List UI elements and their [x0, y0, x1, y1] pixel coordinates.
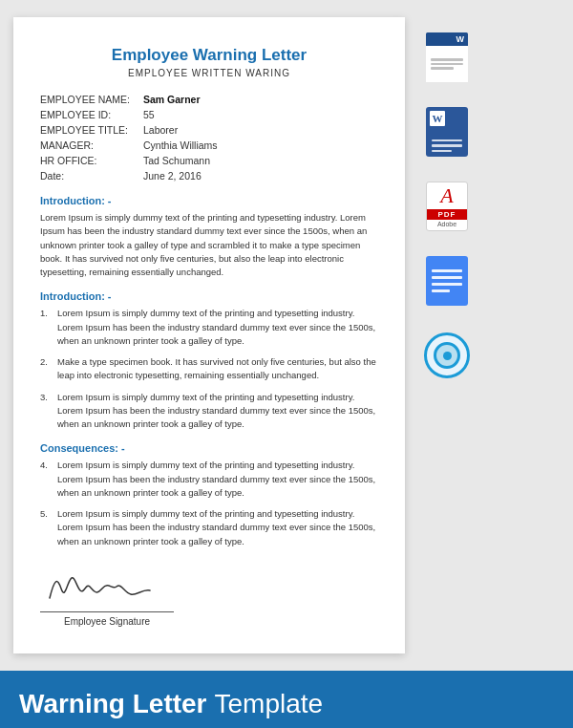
sidebar-icons: W W	[405, 17, 483, 653]
field-employee-name: EMPLOYEE NAME: Sam Garner	[40, 94, 378, 105]
field-label-hr-office: HR OFFICE:	[40, 155, 143, 166]
list-item: 5.Lorem Ipsum is simply dummy text of th…	[40, 507, 378, 548]
field-hr-office: HR OFFICE: Tad Schumann	[40, 155, 378, 166]
banner-normal-text: Template	[215, 689, 324, 718]
libre-icon-button[interactable]	[420, 325, 474, 386]
intro2-heading: Introduction: -	[40, 290, 378, 302]
list-item: 4.Lorem Ipsum is simply dummy text of th…	[40, 459, 378, 500]
banner-bold-text: Warning Letter	[19, 689, 207, 718]
intro1-paragraph: Lorem Ipsum is simply dummy text of the …	[40, 211, 378, 279]
adobe-a-icon: A	[440, 183, 453, 208]
word-icon-button-1[interactable]: W	[420, 27, 474, 88]
docs-icon-button[interactable]	[420, 250, 474, 311]
doc-title: Employee Warning Letter	[40, 46, 378, 65]
consequences-list: 4.Lorem Ipsum is simply dummy text of th…	[40, 459, 378, 548]
doc-line	[432, 269, 462, 272]
docs-icon	[426, 256, 468, 306]
adobe-label: Adobe	[437, 221, 456, 227]
pdf-label: PDF	[427, 209, 467, 220]
field-label-employee-title: EMPLOYEE TITLE:	[40, 124, 143, 136]
consequences-heading: Consequences: -	[40, 442, 378, 454]
list-item: 3.Lorem Ipsum is simply dummy text of th…	[40, 391, 378, 432]
field-label-date: Date:	[40, 170, 143, 182]
field-date: Date: June 2, 2016	[40, 170, 378, 182]
libre-icon	[424, 332, 470, 378]
list-item: 2.Make a type specimen book. It has surv…	[40, 355, 378, 383]
doc-line-short	[432, 289, 450, 292]
pdf-icon-button[interactable]: A PDF Adobe	[420, 176, 474, 237]
main-wrapper: Employee Warning Letter EMPLOYEE WRITTEN…	[0, 0, 573, 728]
doc-subtitle: EMPLOYEE WRITTEN WARING	[40, 68, 378, 78]
field-value-employee-title: Laborer	[143, 124, 178, 136]
doc-line	[432, 283, 462, 286]
list-item: 1.Lorem Ipsum is simply dummy text of th…	[40, 307, 378, 348]
libre-dot	[443, 352, 452, 360]
field-label-employee-id: EMPLOYEE ID:	[40, 109, 143, 120]
field-value-date: June 2, 2016	[143, 170, 202, 182]
intro2-list: 1.Lorem Ipsum is simply dummy text of th…	[40, 307, 378, 431]
field-manager: MANAGER: Cynthia Williams	[40, 139, 378, 151]
pdf-icon: A PDF Adobe	[426, 182, 468, 231]
doc-line	[432, 276, 462, 279]
word-icon-2: W	[426, 107, 468, 157]
field-label-manager: MANAGER:	[40, 139, 143, 151]
field-value-employee-id: 55	[143, 109, 155, 120]
signature-image	[40, 569, 164, 608]
field-value-manager: Cynthia Williams	[143, 139, 218, 151]
doc-fields: EMPLOYEE NAME: Sam Garner EMPLOYEE ID: 5…	[40, 94, 378, 182]
content-area: Employee Warning Letter EMPLOYEE WRITTEN…	[0, 0, 573, 671]
bottom-banner: Warning LetterTemplate	[0, 671, 573, 728]
signature-line	[40, 611, 174, 612]
word-icon-button-2[interactable]: W	[420, 101, 474, 162]
signature-section: Employee Signature	[40, 569, 378, 627]
field-label-employee-name: EMPLOYEE NAME:	[40, 94, 143, 105]
field-value-hr-office: Tad Schumann	[143, 155, 210, 166]
intro1-heading: Introduction: -	[40, 195, 378, 206]
field-employee-id: EMPLOYEE ID: 55	[40, 109, 378, 120]
signature-label: Employee Signature	[40, 616, 174, 627]
document-preview: Employee Warning Letter EMPLOYEE WRITTEN…	[13, 17, 405, 653]
field-employee-title: EMPLOYEE TITLE: Laborer	[40, 124, 378, 136]
field-value-employee-name: Sam Garner	[143, 94, 201, 105]
word-icon-1: W	[426, 32, 468, 82]
